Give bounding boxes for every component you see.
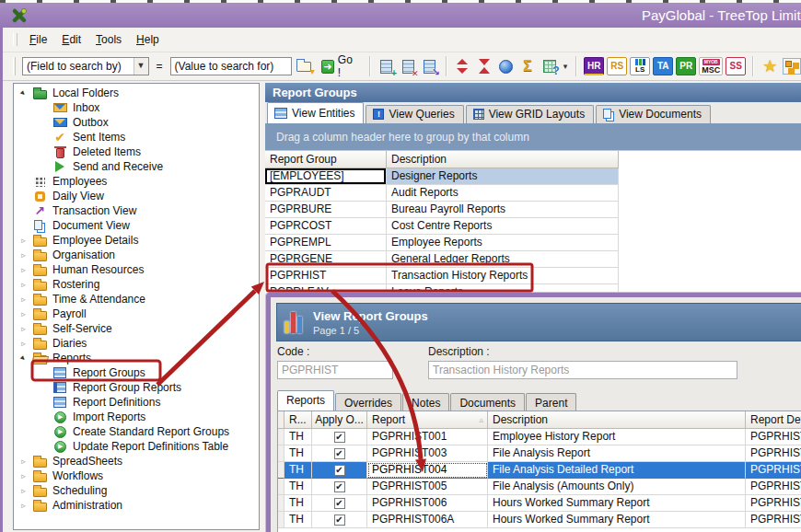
report-definition-cell[interactable]: PGPRHIST003 bbox=[746, 445, 801, 462]
description-cell[interactable]: General Ledger Reports bbox=[387, 251, 619, 268]
description-cell[interactable]: Transaction History Reports bbox=[387, 268, 619, 284]
dialog-tab[interactable]: Notes bbox=[402, 393, 449, 411]
expand-arrow-icon[interactable]: ▹ bbox=[17, 486, 29, 495]
table-row[interactable]: TH PGPRHIST006 Hours Worked Summary Repo… bbox=[278, 495, 801, 512]
report-group-cell[interactable]: PGPRGENE bbox=[265, 251, 387, 268]
report-type-cell[interactable]: TH bbox=[284, 429, 312, 445]
code-field[interactable]: PGPRHIST bbox=[277, 361, 393, 379]
apply-checkbox[interactable] bbox=[334, 448, 345, 459]
module-badge[interactable]: HR bbox=[584, 57, 604, 75]
add-record-button[interactable] bbox=[377, 56, 396, 76]
view-tab[interactable]: View Documents bbox=[596, 105, 711, 123]
tree-item[interactable]: Employees bbox=[14, 174, 259, 189]
table-row[interactable]: TH PGPRHIST006A Hours Worked Summary Rep… bbox=[278, 512, 801, 528]
tree-item[interactable]: ▹ Scheduling bbox=[14, 483, 259, 498]
org-chart-button[interactable] bbox=[783, 56, 801, 76]
report-type-cell[interactable]: TH bbox=[284, 479, 312, 495]
table-row[interactable]: TH PGPRHIST004 File Analysis Detailed Re… bbox=[278, 462, 801, 479]
report-definition-cell[interactable]: PGPRHIST005 bbox=[746, 479, 801, 495]
column-header[interactable]: Report bbox=[367, 411, 488, 429]
report-definition-cell[interactable]: PGPRHIST006 bbox=[746, 495, 801, 512]
tree-item[interactable]: Inbox bbox=[14, 100, 259, 115]
tree-item[interactable]: ▹ Administration bbox=[14, 498, 259, 513]
description-cell[interactable]: Cost Centre Reports bbox=[387, 218, 619, 235]
expand-arrow-icon[interactable]: ▹ bbox=[17, 280, 29, 289]
tree-item[interactable]: ▹ Payroll bbox=[14, 306, 259, 321]
tree-item[interactable]: Report Definitions bbox=[14, 395, 259, 410]
report-group-cell[interactable]: PGPREMPL bbox=[265, 235, 387, 251]
tree-item[interactable]: Send and Receive bbox=[14, 159, 259, 174]
tree-item[interactable]: Outbox bbox=[14, 115, 259, 130]
dialog-tab[interactable]: Parent bbox=[526, 393, 576, 411]
menu-item[interactable]: Edit bbox=[54, 30, 88, 49]
tree-item[interactable]: ▹ Self-Service bbox=[14, 321, 259, 336]
table-row[interactable]: TH PGPRHIST003 File Analysis Report PGPR… bbox=[278, 445, 801, 462]
tree-item[interactable]: Daily View bbox=[14, 189, 259, 203]
expand-arrow-icon[interactable]: ▹ bbox=[17, 309, 29, 318]
table-row[interactable]: [EMPLOYEES] Designer Reports bbox=[265, 168, 801, 185]
expand-arrow-icon[interactable]: ▹ bbox=[17, 250, 29, 260]
module-badge[interactable]: SS bbox=[726, 57, 746, 75]
column-header[interactable]: Description bbox=[488, 411, 746, 429]
description-cell[interactable]: Employee Reports bbox=[387, 235, 619, 251]
report-definition-cell[interactable]: PGPRHIST006A bbox=[746, 512, 801, 528]
expand-arrow-icon[interactable]: ▹ bbox=[17, 324, 29, 333]
apply-overrides-cell[interactable] bbox=[312, 495, 367, 512]
report-cell[interactable]: PGPRHIST004 bbox=[367, 462, 488, 479]
tree-item[interactable]: ▸ Reports bbox=[14, 351, 259, 365]
table-row[interactable]: PGPRAUDT Audit Reports bbox=[265, 185, 801, 202]
titlebar[interactable]: PayGlobal - TreeTop Limited bbox=[0, 3, 801, 28]
dialog-tab[interactable]: Overrides bbox=[335, 393, 401, 411]
description-cell[interactable]: Audit Reports bbox=[387, 185, 619, 202]
delete-record-button[interactable] bbox=[399, 56, 417, 76]
table-row[interactable]: PGPREMPL Employee Reports bbox=[265, 235, 801, 251]
tree-item[interactable]: Sent Items bbox=[14, 130, 259, 145]
tree-item[interactable]: ▹ Time & Attendance bbox=[14, 292, 259, 306]
filter-button[interactable] bbox=[475, 56, 493, 76]
expand-arrow-icon[interactable]: ▹ bbox=[17, 457, 29, 466]
description-cell[interactable]: Designer Reports bbox=[387, 168, 619, 185]
chevron-down-icon[interactable]: ▼ bbox=[134, 58, 148, 75]
table-row[interactable]: TH PGPRHIST001 Employee History Report P… bbox=[278, 429, 801, 445]
view-tab[interactable]: View Queries bbox=[366, 105, 463, 123]
menu-item[interactable]: Tools bbox=[88, 30, 129, 49]
apply-overrides-cell[interactable] bbox=[312, 462, 367, 479]
report-description-cell[interactable]: File Analysis Report bbox=[488, 445, 746, 462]
column-header[interactable]: R... bbox=[284, 411, 312, 429]
apply-checkbox[interactable] bbox=[334, 432, 345, 443]
tree-item[interactable]: Document View bbox=[14, 218, 259, 233]
column-header[interactable]: Description bbox=[387, 151, 619, 168]
search-folder-button[interactable] bbox=[295, 56, 313, 76]
report-definition-cell[interactable]: PGPRHIST001 bbox=[746, 429, 801, 445]
apply-overrides-cell[interactable] bbox=[312, 479, 367, 495]
view-tab[interactable]: View Entities bbox=[267, 102, 364, 123]
tree-item[interactable]: Transaction View bbox=[14, 203, 259, 218]
expand-arrow-icon[interactable]: ▹ bbox=[17, 265, 29, 274]
column-header[interactable]: Report Group bbox=[265, 151, 387, 168]
description-cell[interactable]: Leave Reports bbox=[387, 284, 619, 293]
apply-checkbox[interactable] bbox=[334, 481, 345, 492]
tree-item[interactable]: Deleted Items bbox=[14, 145, 259, 159]
description-field[interactable]: Transaction History Reports bbox=[428, 361, 737, 379]
value-search-input[interactable]: (Value to search for) bbox=[170, 57, 292, 75]
favourites-button[interactable]: ★ bbox=[760, 56, 779, 76]
apply-checkbox[interactable] bbox=[334, 515, 345, 526]
toolbar-grip[interactable] bbox=[13, 57, 16, 75]
tree-item[interactable]: ▹ Human Resources bbox=[14, 262, 259, 277]
report-definition-cell[interactable]: PGPRHIST004 bbox=[746, 462, 801, 479]
apply-overrides-cell[interactable] bbox=[312, 512, 367, 528]
expand-arrow-icon[interactable]: ▹ bbox=[17, 339, 29, 348]
report-cell[interactable]: PGPRHIST006A bbox=[367, 512, 488, 528]
sum-button[interactable]: Σ bbox=[518, 56, 537, 76]
table-row[interactable]: PGPRBURE Bureau Payroll Reports bbox=[265, 202, 801, 218]
tree-item[interactable]: ▸ Local Folders bbox=[14, 86, 259, 100]
report-type-cell[interactable]: TH bbox=[284, 445, 312, 462]
toolbar-overflow-chevron[interactable]: ▾ bbox=[562, 62, 570, 71]
dialog-tab[interactable]: Reports bbox=[277, 390, 334, 411]
report-group-cell[interactable]: PGPRHIST bbox=[265, 268, 387, 284]
table-row[interactable]: PGPRHIST Transaction History Reports bbox=[265, 268, 801, 284]
table-row[interactable]: PGPRGENE General Ledger Reports bbox=[265, 251, 801, 268]
tree-item[interactable]: Update Report Definitions Table bbox=[14, 439, 259, 454]
expand-arrow-icon[interactable]: ▹ bbox=[17, 236, 29, 245]
tree-item[interactable]: ▹ Rostering bbox=[14, 277, 259, 292]
